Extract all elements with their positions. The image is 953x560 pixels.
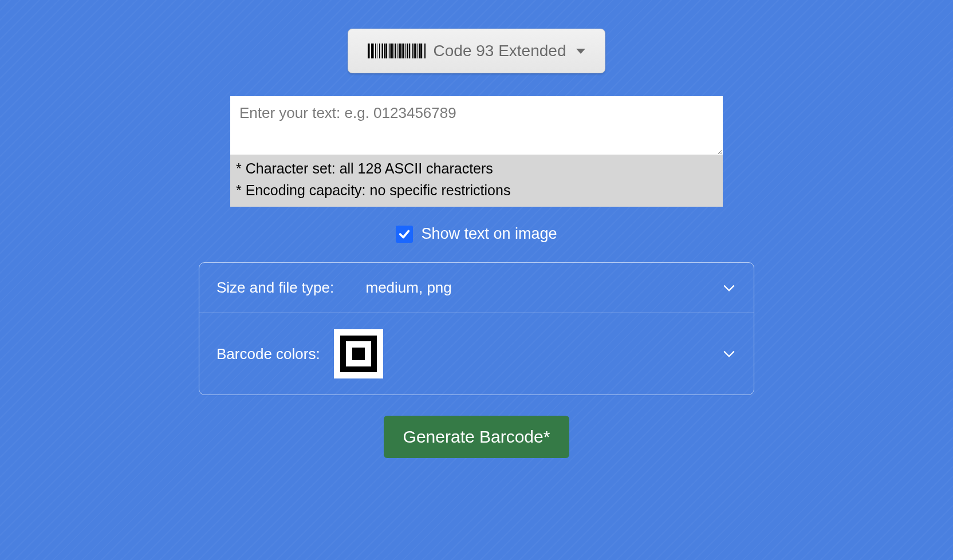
chevron-down-icon [722, 346, 737, 361]
barcode-type-label: Code 93 Extended [434, 42, 566, 60]
barcode-colors-panel[interactable]: Barcode colors: [199, 313, 754, 395]
input-hints: * Character set: all 128 ASCII character… [230, 155, 723, 207]
color-swatch-icon [334, 329, 383, 378]
show-text-label: Show text on image [421, 225, 557, 243]
check-icon [398, 228, 411, 240]
chevron-down-icon [722, 281, 737, 295]
hint-line: * Character set: all 128 ASCII character… [236, 158, 717, 180]
hint-line: * Encoding capacity: no specific restric… [236, 180, 717, 202]
options-panels: Size and file type: medium, png Barcode … [199, 262, 754, 395]
size-filetype-label: Size and file type: [216, 279, 334, 297]
show-text-row: Show text on image [396, 225, 557, 243]
barcode-colors-label: Barcode colors: [216, 345, 320, 363]
input-block: * Character set: all 128 ASCII character… [230, 96, 723, 207]
size-filetype-panel[interactable]: Size and file type: medium, png [199, 263, 754, 313]
barcode-icon [368, 44, 426, 58]
barcode-type-dropdown[interactable]: Code 93 Extended [348, 29, 606, 73]
show-text-checkbox[interactable] [396, 226, 413, 243]
barcode-text-input[interactable] [230, 96, 723, 155]
size-filetype-value: medium, png [365, 279, 451, 297]
generate-barcode-button[interactable]: Generate Barcode* [384, 416, 570, 458]
caret-down-icon [576, 49, 585, 54]
